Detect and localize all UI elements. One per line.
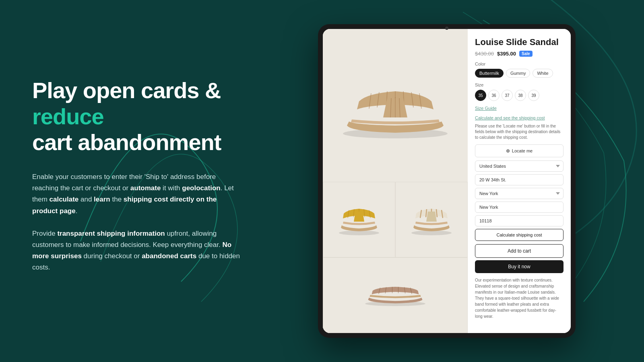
headline-accent: reduce [32, 104, 104, 129]
sale-badge: Sale [519, 51, 533, 57]
bold-calculate: calculate [50, 195, 79, 203]
tablet-frame: Louise Slide Sandal $430.00 $395.00 Sale… [318, 24, 576, 338]
color-options: Buttermilk Gummy White [475, 69, 564, 78]
bold-abandoned: abandoned carts [142, 252, 196, 260]
paragraph2: Provide transparent shipping information… [32, 228, 242, 273]
bold-no-surprises: No more surprises [32, 241, 231, 260]
tablet-screen: Louise Slide Sandal $430.00 $395.00 Sale… [323, 29, 571, 333]
thumb-image-2 [395, 182, 468, 257]
bold-automate: automate [130, 184, 161, 192]
product-description: Our experimentation with texture continu… [475, 277, 564, 319]
bold-geolocation: geolocation [182, 184, 220, 192]
shipping-calc-link[interactable]: Calculate and see the shipping cost [475, 115, 564, 120]
color-buttermilk[interactable]: Buttermilk [475, 69, 504, 78]
size-35[interactable]: 35 [475, 90, 486, 101]
thumb-image-3 [323, 257, 468, 333]
color-label: Color [475, 62, 564, 66]
bold-learn: learn [94, 195, 110, 203]
main-product-image [323, 29, 468, 182]
color-white[interactable]: White [533, 69, 553, 78]
product-images [323, 29, 468, 333]
locate-icon: ⊕ [506, 148, 510, 154]
size-39[interactable]: 39 [528, 90, 539, 101]
color-gummy[interactable]: Gummy [506, 69, 530, 78]
size-38[interactable]: 38 [515, 90, 526, 101]
shipping-hint: Please use the 'Locate me' button or fil… [475, 123, 564, 140]
add-to-cart-button[interactable]: Add to cart [475, 244, 564, 258]
price-sale: $395.00 [497, 51, 516, 57]
price-row: $430.00 $395.00 Sale [475, 51, 564, 57]
calculate-shipping-button[interactable]: Calculate shipping cost [475, 229, 564, 241]
size-guide-link[interactable]: Size Guide [475, 106, 564, 111]
size-options: 35 36 37 38 39 [475, 90, 564, 101]
size-36[interactable]: 36 [488, 90, 500, 101]
zip-input[interactable] [475, 215, 564, 226]
paragraph1: Enable your customers to enter their 'Sh… [32, 171, 242, 216]
headline: Play open cards & reduce cart abandonmen… [32, 78, 242, 155]
city-input[interactable] [475, 202, 564, 213]
thumb-image-1 [323, 182, 395, 257]
product-title: Louise Slide Sandal [475, 37, 564, 47]
state-select[interactable]: New York [475, 188, 564, 199]
locate-btn-label: Locate me [512, 148, 533, 153]
tablet-camera [445, 27, 448, 30]
buy-now-button[interactable]: Buy it now [475, 260, 564, 273]
right-panel: Louise Slide Sandal $430.00 $395.00 Sale… [250, 0, 644, 362]
bold-transparent: transparent shipping information [57, 230, 165, 237]
address-input[interactable] [475, 174, 564, 185]
size-label: Size [475, 82, 564, 87]
size-37[interactable]: 37 [502, 90, 513, 101]
headline-text2: cart abandonment [32, 130, 221, 155]
locate-me-button[interactable]: ⊕ Locate me [475, 144, 564, 157]
left-panel: Play open cards & reduce cart abandonmen… [0, 0, 274, 362]
headline-text1: Play open cards & [32, 78, 221, 103]
product-details: Louise Slide Sandal $430.00 $395.00 Sale… [468, 29, 571, 333]
country-select[interactable]: United States [475, 160, 564, 172]
price-original: $430.00 [475, 51, 494, 57]
